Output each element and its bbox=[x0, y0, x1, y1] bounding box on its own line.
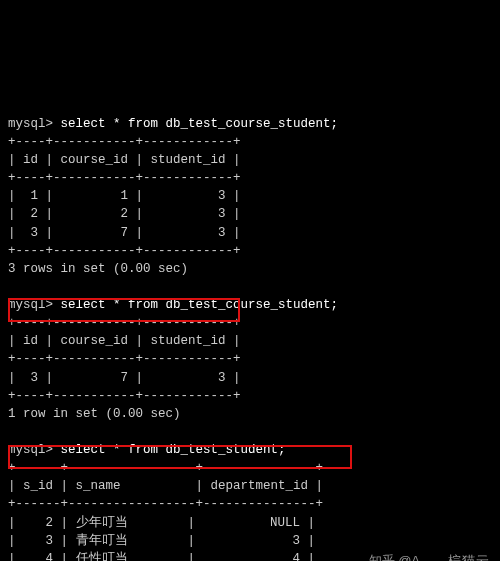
table-separator: +----+-----------+------------+ bbox=[8, 389, 241, 403]
table-header: | s_id | s_name | department_id | bbox=[8, 479, 323, 493]
brand-watermark: 棕猫云 bbox=[448, 552, 490, 561]
table-row: | 3 | 7 | 3 | bbox=[8, 371, 241, 385]
table-separator: +----+-----------+------------+ bbox=[8, 244, 241, 258]
mysql-prompt: mysql> bbox=[8, 443, 53, 457]
table-separator: +----+-----------+------------+ bbox=[8, 316, 241, 330]
terminal-output: mysql> select * from db_test_course_stud… bbox=[0, 91, 500, 561]
table-separator: +----+-----------+------------+ bbox=[8, 171, 241, 185]
table-row: | 1 | 1 | 3 | bbox=[8, 189, 241, 203]
table-row: | 2 | 2 | 3 | bbox=[8, 207, 241, 221]
status-line: 3 rows in set (0.00 sec) bbox=[8, 262, 188, 276]
table-header: | id | course_id | student_id | bbox=[8, 153, 241, 167]
status-line: 1 row in set (0.00 sec) bbox=[8, 407, 181, 421]
table-row: | 3 | 青年叮当 | 3 | bbox=[8, 534, 315, 548]
sql-command-2: select * from db_test_course_student; bbox=[61, 298, 339, 312]
mysql-prompt: mysql> bbox=[8, 117, 53, 131]
table-header: | id | course_id | student_id | bbox=[8, 334, 241, 348]
table-row: | 3 | 7 | 3 | bbox=[8, 226, 241, 240]
table-row: | 2 | 少年叮当 | NULL | bbox=[8, 516, 315, 530]
sql-command-1: select * from db_test_course_student; bbox=[61, 117, 339, 131]
zhihu-watermark: 知乎 @A bbox=[369, 552, 420, 561]
table-separator: +------+-----------------+--------------… bbox=[8, 497, 323, 511]
table-row: | 4 | 任性叮当 | 4 | bbox=[8, 552, 315, 561]
table-separator: +----+-----------+------------+ bbox=[8, 135, 241, 149]
mysql-prompt: mysql> bbox=[8, 298, 53, 312]
table-separator: +----+-----------+------------+ bbox=[8, 352, 241, 366]
sql-command-3: select * from db_test_student; bbox=[61, 443, 286, 457]
table-separator: +------+-----------------+--------------… bbox=[8, 461, 323, 475]
